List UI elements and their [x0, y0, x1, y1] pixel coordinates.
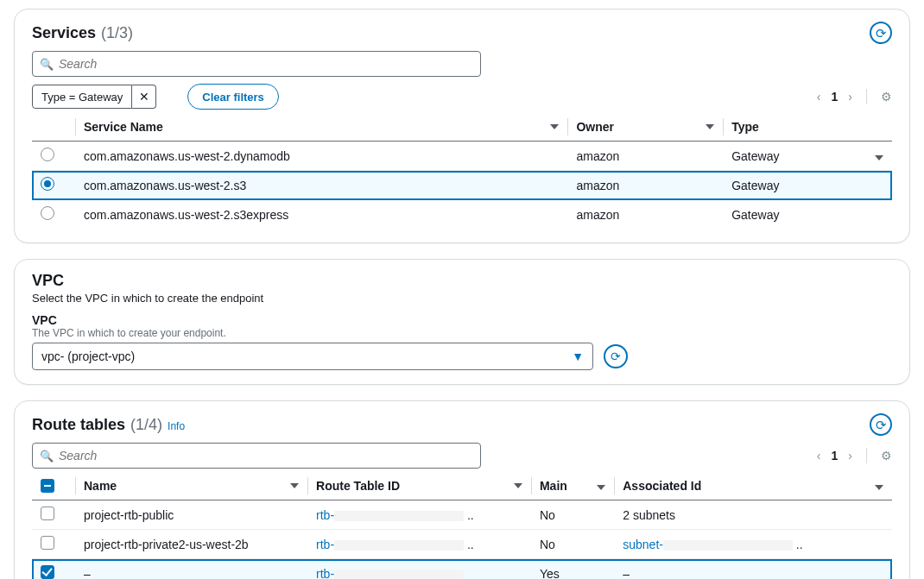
row-checkbox[interactable]	[41, 536, 54, 550]
services-title: Services	[32, 24, 96, 42]
services-table: Service Name Owner Type com.amazonaws.us…	[32, 113, 892, 229]
services-filter-row: Type = Gateway ✕ Clear filters ‹ 1 › ⚙	[32, 84, 892, 110]
services-row-selected[interactable]: com.amazonaws.us-west-2.s3 amazon Gatewa…	[32, 171, 892, 200]
refresh-icon[interactable]: ⟳	[870, 413, 892, 436]
route-tables-count: (1/4)	[130, 416, 162, 434]
route-table-id-link[interactable]: rtb-	[316, 538, 464, 551]
prev-page-icon[interactable]: ‹	[817, 90, 821, 104]
services-search[interactable]: 🔍	[32, 51, 481, 77]
gear-icon[interactable]: ⚙	[881, 90, 892, 104]
col-rt-assoc[interactable]: Associated Id	[623, 479, 701, 493]
sort-icon[interactable]	[706, 124, 714, 129]
route-table-row[interactable]: project-rtb-private2-us-west-2b rtb- .. …	[32, 530, 892, 559]
row-checkbox[interactable]	[41, 507, 54, 520]
col-owner[interactable]: Owner	[576, 120, 614, 134]
vpc-field-hint: The VPC in which to create your endpoint…	[32, 327, 892, 339]
route-tables-search[interactable]: 🔍	[32, 443, 481, 469]
search-icon: 🔍	[40, 450, 54, 463]
route-tables-panel: Route tables (1/4) Info ⟳ 🔍 ‹ 1 › ⚙ Name…	[14, 400, 910, 579]
route-tables-page: 1	[832, 449, 839, 463]
chevron-down-icon: ▼	[572, 349, 584, 363]
prev-page-icon[interactable]: ‹	[817, 449, 821, 463]
vpc-field-label: VPC	[32, 313, 892, 327]
col-type[interactable]: Type	[731, 120, 759, 134]
sort-icon[interactable]	[875, 485, 883, 490]
filter-chip-type[interactable]: Type = Gateway	[32, 85, 132, 109]
services-row[interactable]: com.amazonaws.us-west-2.s3express amazon…	[32, 200, 892, 230]
radio[interactable]	[41, 177, 54, 191]
vpc-selected-value: vpc- (project-vpc)	[41, 349, 135, 363]
sort-icon[interactable]	[514, 483, 522, 488]
sort-icon[interactable]	[550, 124, 559, 129]
clear-filters-button[interactable]: Clear filters	[187, 84, 279, 110]
route-table-id-link[interactable]: rtb-	[316, 567, 464, 580]
search-icon: 🔍	[40, 58, 54, 71]
next-page-icon[interactable]: ›	[848, 90, 852, 104]
route-table-row[interactable]: project-rtb-public rtb- .. No 2 subnets	[32, 500, 892, 530]
col-rt-main[interactable]: Main	[540, 479, 567, 493]
vpc-select[interactable]: vpc- (project-vpc) ▼	[32, 343, 593, 370]
vpc-title: VPC	[32, 272, 64, 290]
vpc-subtitle: Select the VPC in which to create the en…	[32, 292, 892, 305]
route-tables-pager: ‹ 1 › ⚙	[817, 448, 892, 463]
info-link[interactable]: Info	[168, 420, 185, 432]
sort-icon[interactable]	[597, 485, 605, 490]
filter-remove-icon[interactable]: ✕	[132, 85, 156, 109]
services-page: 1	[832, 90, 839, 104]
row-menu-icon[interactable]	[875, 155, 883, 160]
radio[interactable]	[41, 206, 54, 220]
col-service-name[interactable]: Service Name	[84, 120, 163, 134]
route-tables-table: Name Route Table ID Main Associated Id p…	[32, 472, 892, 579]
radio[interactable]	[41, 148, 54, 161]
subnet-link[interactable]: subnet-	[623, 538, 793, 551]
route-table-row-selected[interactable]: – rtb- Yes –	[32, 559, 892, 580]
vpc-refresh-icon[interactable]: ⟳	[604, 344, 628, 368]
select-all-checkbox[interactable]	[41, 479, 54, 493]
col-rt-id[interactable]: Route Table ID	[316, 479, 400, 493]
sort-icon[interactable]	[290, 483, 299, 488]
services-count: (1/3)	[101, 24, 133, 42]
next-page-icon[interactable]: ›	[848, 449, 852, 463]
col-rt-name[interactable]: Name	[84, 479, 117, 493]
refresh-icon[interactable]: ⟳	[870, 22, 892, 44]
services-panel: Services (1/3) ⟳ 🔍 Type = Gateway ✕ Clea…	[14, 9, 910, 243]
services-header: Services (1/3) ⟳	[32, 22, 892, 44]
gear-icon[interactable]: ⚙	[881, 449, 892, 463]
services-pager: ‹ 1 › ⚙	[817, 89, 892, 104]
row-checkbox[interactable]	[41, 565, 54, 579]
route-tables-title: Route tables	[32, 416, 125, 434]
services-row[interactable]: com.amazonaws.us-west-2.dynamodb amazon …	[32, 142, 892, 171]
vpc-panel: VPC Select the VPC in which to create th…	[14, 259, 910, 385]
services-search-input[interactable]	[59, 57, 473, 71]
route-tables-search-input[interactable]	[59, 449, 473, 463]
route-table-id-link[interactable]: rtb-	[316, 508, 464, 522]
